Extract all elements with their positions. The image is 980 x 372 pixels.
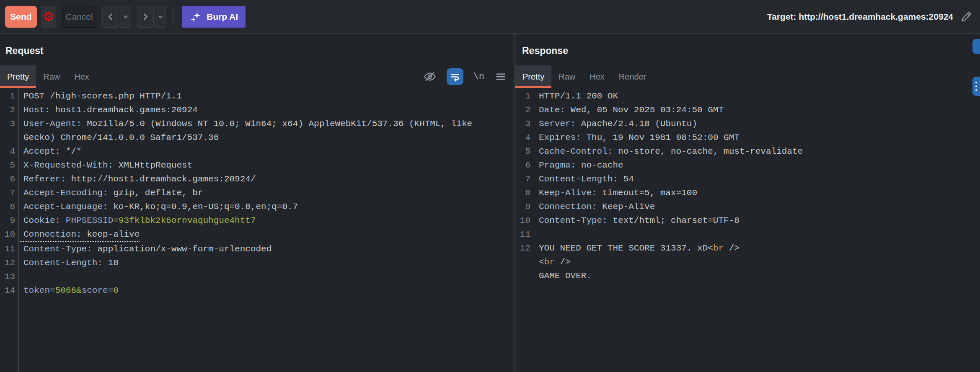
line-content: User-Agent: Mozilla/5.0 (Windows NT 10.0… xyxy=(18,117,472,131)
line-content: HTTP/1.1 200 OK xyxy=(534,89,618,103)
code-line[interactable]: 6Pragma: no-cache xyxy=(515,158,980,172)
toolbar: Send ⚙ Cancel xyxy=(0,0,980,34)
code-line[interactable]: 12YOU NEED GET THE SCORE 31337. xD<br /> xyxy=(515,241,980,255)
code-line[interactable]: 11 xyxy=(515,227,980,241)
back-dropdown-button[interactable] xyxy=(120,6,131,28)
code-line[interactable]: 4Expires: Thu, 19 Nov 1981 08:52:00 GMT xyxy=(515,131,980,145)
line-content: Connection: keep-alive xyxy=(18,227,140,242)
word-wrap-button[interactable] xyxy=(447,68,463,85)
response-title: Response xyxy=(522,45,980,57)
line-content: X-Requested-With: XMLHttpRequest xyxy=(18,158,192,172)
request-panel: Request PrettyRawHex xyxy=(0,34,515,372)
editor-menu-button[interactable] xyxy=(494,70,507,83)
code-line[interactable]: 2Host: host1.dreamhack.games:20924 xyxy=(0,103,515,117)
code-line[interactable]: 6Referer: http://host1.dreamhack.games:2… xyxy=(0,172,515,186)
line-number: 1 xyxy=(515,89,534,103)
code-line[interactable]: 11Content-Type: application/x-www-form-u… xyxy=(0,242,515,256)
request-editor[interactable]: 1POST /high-scores.php HTTP/1.12Host: ho… xyxy=(0,88,515,297)
code-line[interactable]: <br /> xyxy=(515,255,980,269)
code-line[interactable]: 5Cache-Control: no-store, no-cache, must… xyxy=(515,145,980,158)
line-number: 7 xyxy=(515,172,534,186)
tab-raw[interactable]: Raw xyxy=(36,65,67,88)
send-settings-button[interactable]: ⚙ xyxy=(41,6,56,28)
code-line[interactable]: 12Content-Length: 18 xyxy=(0,256,515,270)
inspector-toggle-button[interactable] xyxy=(972,39,980,54)
send-button[interactable]: Send xyxy=(5,6,37,28)
line-content: YOU NEED GET THE SCORE 31337. xD<br /> xyxy=(534,241,740,255)
code-line[interactable]: 1HTTP/1.1 200 OK xyxy=(515,89,980,103)
line-number: 2 xyxy=(515,103,534,117)
forward-button[interactable] xyxy=(137,6,154,28)
code-line[interactable]: 3User-Agent: Mozilla/5.0 (Windows NT 10.… xyxy=(0,117,515,131)
forward-chevron-icon xyxy=(141,12,150,21)
code-line[interactable]: 13 xyxy=(0,270,515,284)
line-content: <br /> xyxy=(534,255,571,269)
line-number: 11 xyxy=(515,227,534,241)
toolbar-divider xyxy=(173,8,174,26)
line-number: 8 xyxy=(515,186,534,200)
request-title: Request xyxy=(5,45,515,57)
code-line[interactable]: 3Server: Apache/2.4.18 (Ubuntu) xyxy=(515,117,980,131)
gutter-divider xyxy=(534,88,534,372)
line-number: 3 xyxy=(515,117,534,131)
line-number: 2 xyxy=(0,103,18,117)
code-line[interactable]: 4Accept: */* xyxy=(0,145,515,158)
show-newlines-button[interactable]: \n xyxy=(473,72,484,82)
cancel-button[interactable]: Cancel xyxy=(62,6,96,28)
line-number: 3 xyxy=(0,117,18,131)
gear-icon: ⚙ xyxy=(43,10,54,23)
line-content: GAME OVER. xyxy=(534,269,592,283)
edit-pencil-icon xyxy=(959,10,973,23)
line-content: Date: Wed, 05 Nov 2025 03:24:50 GMT xyxy=(534,103,724,117)
code-line[interactable]: 8Accept-Language: ko-KR,ko;q=0.9,en-US;q… xyxy=(0,200,515,214)
newline-icon: \n xyxy=(473,72,484,82)
code-line[interactable]: 7Content-Length: 54 xyxy=(515,172,980,186)
line-content: Pragma: no-cache xyxy=(534,158,623,172)
back-button[interactable] xyxy=(102,6,119,28)
chevron-down-icon xyxy=(122,13,129,20)
line-content: Gecko) Chrome/141.0.0.0 Safari/537.36 xyxy=(18,131,219,145)
tab-render[interactable]: Render xyxy=(612,65,654,88)
word-wrap-icon xyxy=(450,71,460,82)
code-line[interactable]: 9Cookie: PHPSESSID=93fklbk2k6ornvaquhgue… xyxy=(0,214,515,227)
tab-raw[interactable]: Raw xyxy=(551,65,582,88)
target-label: Target: http://host1.dreamhack.games:209… xyxy=(767,12,953,22)
tab-hex[interactable]: Hex xyxy=(582,65,612,88)
line-number: 8 xyxy=(0,200,18,214)
tab-hex[interactable]: Hex xyxy=(67,65,96,88)
line-content: Accept: */* xyxy=(18,145,82,158)
back-chevron-icon xyxy=(106,12,115,21)
request-tabs: PrettyRawHex xyxy=(0,65,515,88)
eye-slash-icon xyxy=(423,70,437,83)
code-line[interactable]: 1POST /high-scores.php HTTP/1.1 xyxy=(0,89,515,103)
line-content: Cookie: PHPSESSID=93fklbk2k6ornvaquhgue4… xyxy=(18,214,256,227)
code-line[interactable]: 7Accept-Encoding: gzip, deflate, br xyxy=(0,186,515,200)
line-number: 10 xyxy=(515,214,534,227)
gutter-divider xyxy=(18,88,19,372)
code-line[interactable]: 2Date: Wed, 05 Nov 2025 03:24:50 GMT xyxy=(515,103,980,117)
line-content: Expires: Thu, 19 Nov 1981 08:52:00 GMT xyxy=(534,131,740,145)
edit-target-button[interactable] xyxy=(958,9,974,25)
tab-pretty[interactable]: Pretty xyxy=(0,65,36,88)
response-editor[interactable]: 1HTTP/1.1 200 OK2Date: Wed, 05 Nov 2025 … xyxy=(515,88,980,283)
inspector-handle-button[interactable] xyxy=(972,77,980,96)
line-content: Cache-Control: no-store, no-cache, must-… xyxy=(534,145,803,158)
code-line[interactable]: 14token=5066&score=0 xyxy=(0,284,515,297)
tab-pretty[interactable]: Pretty xyxy=(515,65,551,88)
dot-icon xyxy=(975,89,977,91)
hide-nonprinting-button[interactable] xyxy=(423,70,437,83)
code-line[interactable]: 9Connection: Keep-Alive xyxy=(515,200,980,214)
line-content: Connection: Keep-Alive xyxy=(534,200,655,214)
code-line[interactable]: GAME OVER. xyxy=(515,269,980,283)
burp-ai-button[interactable]: Burp AI xyxy=(182,6,246,28)
code-line[interactable]: 10Content-Type: text/html; charset=UTF-8 xyxy=(515,214,980,227)
burp-ai-label: Burp AI xyxy=(207,12,238,22)
code-line[interactable]: Gecko) Chrome/141.0.0.0 Safari/537.36 xyxy=(0,131,515,145)
code-line[interactable]: 10Connection: keep-alive xyxy=(0,227,515,242)
code-line[interactable]: 5X-Requested-With: XMLHttpRequest xyxy=(0,158,515,172)
line-number xyxy=(0,131,18,145)
menu-icon xyxy=(494,70,507,83)
forward-dropdown-button[interactable] xyxy=(155,6,166,28)
code-line[interactable]: 8Keep-Alive: timeout=5, max=100 xyxy=(515,186,980,200)
line-number: 1 xyxy=(0,89,18,103)
